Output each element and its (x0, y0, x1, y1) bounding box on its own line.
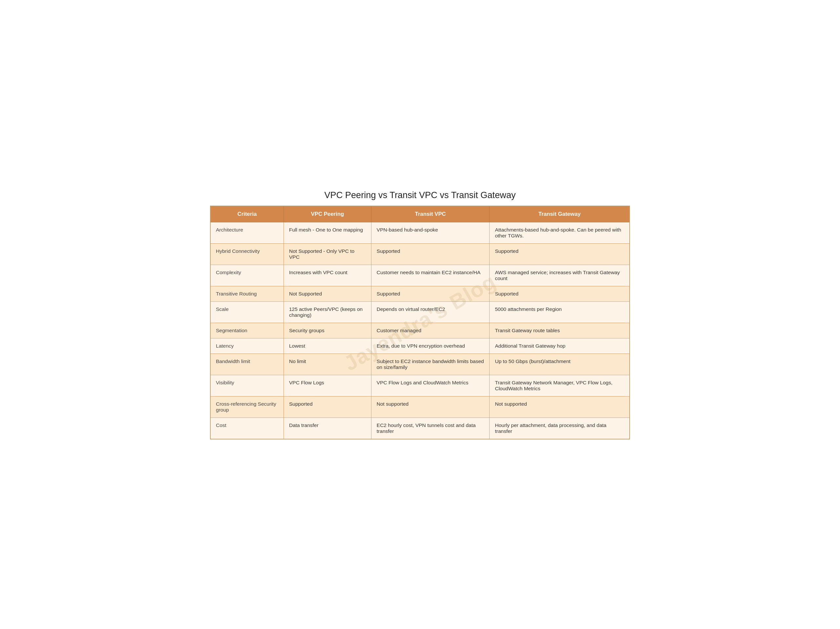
cell-vpc_peering-10: Data transfer (284, 418, 371, 439)
cell-transit_gateway-3: Supported (489, 286, 630, 301)
cell-transit_vpc-2: Customer needs to maintain EC2 instance/… (371, 265, 489, 286)
cell-vpc_peering-6: Lowest (284, 338, 371, 353)
cell-vpc_peering-3: Not Supported (284, 286, 371, 301)
cell-transit_gateway-7: Up to 50 Gbps (burst)/attachment (489, 353, 630, 375)
cell-transit_vpc-7: Subject to EC2 instance bandwidth limits… (371, 353, 489, 375)
header-row: Criteria VPC Peering Transit VPC Transit… (210, 206, 630, 222)
cell-vpc_peering-9: Supported (284, 396, 371, 418)
cell-transit_gateway-0: Attachments-based hub-and-spoke. Can be … (489, 222, 630, 243)
table-row: ComplexityIncreases with VPC countCustom… (210, 265, 630, 286)
cell-transit_vpc-4: Depends on virtual router/EC2 (371, 301, 489, 323)
cell-transit_gateway-4: 5000 attachments per Region (489, 301, 630, 323)
table-row: Transitive RoutingNot SupportedSupported… (210, 286, 630, 301)
cell-transit_vpc-6: Extra, due to VPN encryption overhead (371, 338, 489, 353)
cell-transit_gateway-10: Hourly per attachment, data processing, … (489, 418, 630, 439)
page-container: VPC Peering vs Transit VPC vs Transit Ga… (210, 190, 630, 440)
table-row: Hybrid ConnectivityNot Supported - Only … (210, 243, 630, 265)
cell-vpc_peering-8: VPC Flow Logs (284, 375, 371, 396)
table-row: Scale125 active Peers/VPC (keeps on chan… (210, 301, 630, 323)
table-row: VisibilityVPC Flow LogsVPC Flow Logs and… (210, 375, 630, 396)
header-transit-vpc: Transit VPC (371, 206, 489, 222)
table-body: ArchitectureFull mesh - One to One mappi… (210, 222, 630, 439)
cell-transit_vpc-10: EC2 hourly cost, VPN tunnels cost and da… (371, 418, 489, 439)
cell-transit_vpc-0: VPN-based hub-and-spoke (371, 222, 489, 243)
cell-transit_vpc-9: Not supported (371, 396, 489, 418)
cell-transit_gateway-9: Not supported (489, 396, 630, 418)
table-row: LatencyLowestExtra, due to VPN encryptio… (210, 338, 630, 353)
cell-criteria-3: Transitive Routing (210, 286, 284, 301)
table-row: SegmentationSecurity groupsCustomer mana… (210, 323, 630, 338)
table-wrapper: Jayendra's Blog Criteria VPC Peering Tra… (210, 206, 630, 440)
cell-criteria-5: Segmentation (210, 323, 284, 338)
cell-criteria-9: Cross-referencing Security group (210, 396, 284, 418)
table-row: Cross-referencing Security groupSupporte… (210, 396, 630, 418)
table-row: CostData transferEC2 hourly cost, VPN tu… (210, 418, 630, 439)
cell-transit_gateway-5: Transit Gateway route tables (489, 323, 630, 338)
table-row: Bandwidth limitNo limitSubject to EC2 in… (210, 353, 630, 375)
cell-criteria-1: Hybrid Connectivity (210, 243, 284, 265)
cell-criteria-6: Latency (210, 338, 284, 353)
cell-criteria-10: Cost (210, 418, 284, 439)
cell-criteria-8: Visibility (210, 375, 284, 396)
cell-transit_gateway-6: Additional Transit Gateway hop (489, 338, 630, 353)
cell-vpc_peering-2: Increases with VPC count (284, 265, 371, 286)
header-criteria: Criteria (210, 206, 284, 222)
cell-transit_vpc-8: VPC Flow Logs and CloudWatch Metrics (371, 375, 489, 396)
cell-transit_gateway-1: Supported (489, 243, 630, 265)
cell-transit_vpc-1: Supported (371, 243, 489, 265)
comparison-table: Criteria VPC Peering Transit VPC Transit… (210, 206, 630, 440)
cell-transit_vpc-5: Customer managed (371, 323, 489, 338)
cell-vpc_peering-7: No limit (284, 353, 371, 375)
cell-transit_gateway-8: Transit Gateway Network Manager, VPC Flo… (489, 375, 630, 396)
cell-criteria-2: Complexity (210, 265, 284, 286)
header-transit-gateway: Transit Gateway (489, 206, 630, 222)
cell-transit_gateway-2: AWS managed service; increases with Tran… (489, 265, 630, 286)
cell-criteria-4: Scale (210, 301, 284, 323)
page-title: VPC Peering vs Transit VPC vs Transit Ga… (210, 190, 630, 200)
header-vpc-peering: VPC Peering (284, 206, 371, 222)
cell-criteria-0: Architecture (210, 222, 284, 243)
table-row: ArchitectureFull mesh - One to One mappi… (210, 222, 630, 243)
cell-vpc_peering-1: Not Supported - Only VPC to VPC (284, 243, 371, 265)
cell-transit_vpc-3: Supported (371, 286, 489, 301)
cell-vpc_peering-5: Security groups (284, 323, 371, 338)
cell-criteria-7: Bandwidth limit (210, 353, 284, 375)
cell-vpc_peering-0: Full mesh - One to One mapping (284, 222, 371, 243)
cell-vpc_peering-4: 125 active Peers/VPC (keeps on changing) (284, 301, 371, 323)
